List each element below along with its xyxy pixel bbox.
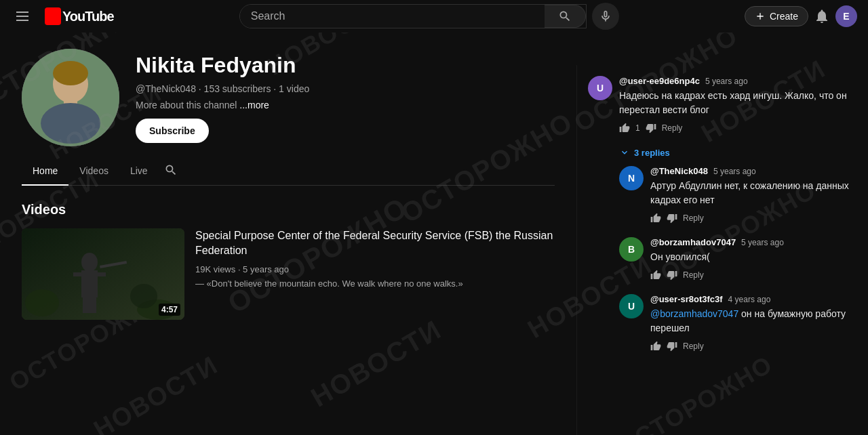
header-right: Create E xyxy=(745,5,857,27)
tab-home[interactable]: Home xyxy=(22,157,68,186)
comment-author: @TheNick048 xyxy=(650,166,708,176)
comment-text: Артур Абдуллин нет, к сожалению на данны… xyxy=(650,179,857,207)
reply-button[interactable]: Reply xyxy=(662,123,683,133)
more-link[interactable]: ...more xyxy=(239,100,269,110)
comment-time: 5 years ago xyxy=(713,167,756,176)
thumbs-up-icon xyxy=(650,213,661,224)
comments-panel: U @user-ee9de6np4c 5 years ago Надеюсь н… xyxy=(576,65,868,435)
search-bar xyxy=(239,4,587,28)
comment-text: @borzamhadov7047 он на бумажную работу п… xyxy=(650,307,857,335)
svg-point-15 xyxy=(25,289,59,316)
header-left: ▶YouTube xyxy=(11,6,114,26)
thumbs-down-icon xyxy=(667,213,677,224)
nested-comment: U @user-sr8ot3fc3f 4 years ago @borzamha… xyxy=(619,294,857,352)
comment-header: @borzamhadov7047 5 years ago xyxy=(650,237,857,247)
comment-text: Он уволился( xyxy=(650,250,857,264)
nav-search-icon[interactable] xyxy=(159,158,183,184)
comment-author: @user-ee9de6np4c xyxy=(619,76,700,86)
nested-comment: N @TheNick048 5 years ago Артур Абдуллин… xyxy=(619,166,857,224)
subscribe-button[interactable]: Subscribe xyxy=(136,119,209,143)
video-meta: 19K views · 5 years ago xyxy=(195,264,555,274)
comment-time: 5 years ago xyxy=(741,238,784,247)
mention[interactable]: @borzamhadov7047 xyxy=(650,308,738,319)
create-button[interactable]: Create xyxy=(745,6,808,26)
tab-videos[interactable]: Videos xyxy=(68,157,119,186)
thumbs-up-icon xyxy=(650,270,661,281)
avatar-image xyxy=(22,49,119,146)
svg-point-5 xyxy=(53,61,88,85)
comment-body: @TheNick048 5 years ago Артур Абдуллин н… xyxy=(650,166,857,224)
channel-area: Nikita Fedyanin @TheNick048 · 153 subscr… xyxy=(0,33,576,435)
thumbs-up-icon xyxy=(619,123,630,133)
microphone-icon xyxy=(599,9,612,23)
comment-time: 4 years ago xyxy=(728,295,771,304)
svg-rect-10 xyxy=(73,272,83,276)
reply-toggle[interactable]: 3 replies xyxy=(619,147,857,158)
comment-actions: 1 Reply xyxy=(619,123,857,133)
like-button[interactable] xyxy=(650,341,661,352)
video-description: — «Don't believe the mountain echo. We w… xyxy=(195,278,555,289)
comment-header: @user-ee9de6np4c 5 years ago xyxy=(619,76,857,86)
main-content: Nikita Fedyanin @TheNick048 · 153 subscr… xyxy=(0,0,868,435)
reply-button[interactable]: Reply xyxy=(683,341,704,351)
microphone-button[interactable] xyxy=(592,3,619,30)
comment-avatar: U xyxy=(619,294,644,318)
like-button[interactable] xyxy=(650,213,661,224)
svg-point-8 xyxy=(81,253,98,272)
comment-time: 5 years ago xyxy=(705,77,748,86)
nested-comment: B @borzamhadov7047 5 years ago Он уволил… xyxy=(619,237,857,281)
search-input[interactable] xyxy=(240,5,545,28)
dislike-button[interactable] xyxy=(667,213,677,224)
plus-icon xyxy=(755,11,766,22)
channel-description: More about this channel ...more xyxy=(136,100,555,110)
comment-actions: Reply xyxy=(650,270,857,281)
like-button[interactable] xyxy=(619,123,630,133)
thumbs-up-icon xyxy=(650,341,661,352)
svg-point-17 xyxy=(130,284,157,308)
video-card[interactable]: 4:57 Special Purpose Center of the Feder… xyxy=(22,228,555,320)
comment-body: @user-sr8ot3fc3f 4 years ago @borzamhado… xyxy=(650,294,857,352)
video-title: Special Purpose Center of the Federal Se… xyxy=(195,228,555,259)
dislike-button[interactable] xyxy=(667,270,677,281)
reply-button[interactable]: Reply xyxy=(683,213,704,223)
svg-rect-13 xyxy=(90,296,96,313)
channel-meta: @TheNick048 · 153 subscribers · 1 video xyxy=(136,83,555,94)
header: ▶YouTube Create xyxy=(0,0,868,33)
comment-actions: Reply xyxy=(650,213,857,224)
comment-body: @borzamhadov7047 5 years ago Он уволился… xyxy=(650,237,857,281)
search-icon xyxy=(164,163,178,177)
video-duration: 4:57 xyxy=(159,304,180,316)
like-count: 1 xyxy=(635,123,640,133)
search-button[interactable] xyxy=(545,5,586,28)
notifications-button[interactable] xyxy=(814,8,830,24)
reply-button[interactable]: Reply xyxy=(683,270,704,280)
channel-name: Nikita Fedyanin xyxy=(136,53,555,78)
comment-avatar: B xyxy=(619,237,644,262)
thumbs-down-icon xyxy=(646,123,656,133)
comment-header: @TheNick048 5 years ago xyxy=(650,166,857,176)
video-thumbnail: 4:57 xyxy=(22,228,184,320)
comment-author: @user-sr8ot3fc3f xyxy=(650,294,723,304)
comment: U @user-ee9de6np4c 5 years ago Надеюсь н… xyxy=(588,76,857,133)
svg-rect-12 xyxy=(83,296,90,313)
chevron-down-icon xyxy=(619,147,630,158)
svg-rect-11 xyxy=(96,272,106,276)
svg-point-4 xyxy=(41,103,100,144)
dislike-button[interactable] xyxy=(646,123,656,133)
channel-avatar xyxy=(22,49,119,146)
channel-header: Nikita Fedyanin @TheNick048 · 153 subscr… xyxy=(22,49,555,146)
channel-info: Nikita Fedyanin @TheNick048 · 153 subscr… xyxy=(136,53,555,143)
user-avatar-button[interactable]: E xyxy=(835,5,857,27)
like-button[interactable] xyxy=(650,270,661,281)
comment-body: @user-ee9de6np4c 5 years ago Надеюсь на … xyxy=(619,76,857,133)
comment-author: @borzamhadov7047 xyxy=(650,237,736,247)
thumbs-down-icon xyxy=(667,270,677,281)
nav-tabs: Home Videos Live xyxy=(22,157,555,186)
comment-avatar: N xyxy=(619,166,644,190)
svg-rect-9 xyxy=(81,270,98,297)
video-info: Special Purpose Center of the Federal Se… xyxy=(195,228,555,320)
search-icon xyxy=(558,9,572,23)
tab-live[interactable]: Live xyxy=(119,157,159,186)
dislike-button[interactable] xyxy=(667,341,677,352)
hamburger-menu[interactable] xyxy=(11,6,34,26)
